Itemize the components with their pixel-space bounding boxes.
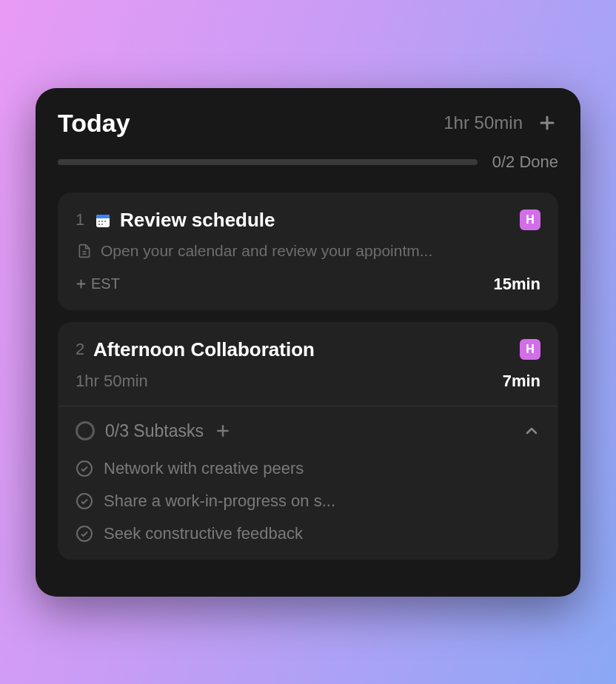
- plus-icon: [76, 278, 87, 289]
- task-description-row: Open your calendar and review your appoi…: [76, 242, 540, 260]
- svg-rect-9: [101, 224, 103, 225]
- task-title: Review schedule: [120, 209, 512, 232]
- subtask-item[interactable]: Network with creative peers: [76, 459, 540, 478]
- estimate-label: EST: [91, 275, 120, 292]
- priority-badge: H: [520, 339, 540, 360]
- today-panel: Today 1hr 50min 0/2 Done 1 Review schedu…: [36, 88, 580, 597]
- divider: [58, 406, 558, 406]
- add-estimate-button[interactable]: EST: [76, 275, 120, 292]
- task-number: 2: [76, 340, 86, 359]
- task-duration: 1hr 50min: [76, 372, 148, 391]
- svg-point-18: [77, 526, 92, 541]
- subtask-complete-toggle[interactable]: [76, 421, 95, 440]
- add-task-button[interactable]: [536, 112, 558, 134]
- calendar-icon: [93, 210, 113, 229]
- task-card[interactable]: 1 Review schedule H Open your calendar a…: [58, 192, 558, 310]
- check-circle-icon[interactable]: [76, 492, 93, 510]
- chevron-up-icon: [523, 422, 540, 440]
- collapse-subtasks-button[interactable]: [523, 422, 540, 440]
- plus-icon: [538, 114, 556, 132]
- svg-rect-8: [98, 224, 100, 225]
- subtasks-header: 0/3 Subtasks: [76, 421, 540, 441]
- task-description: Open your calendar and review your appoi…: [101, 242, 432, 260]
- task-meta-row: 1hr 50min 7min: [76, 372, 540, 391]
- task-card[interactable]: 2 Afternoon Collaboration H 1hr 50min 7m…: [58, 322, 558, 560]
- subtask-item[interactable]: Share a work-in-progress on s...: [76, 492, 540, 511]
- add-subtask-button[interactable]: [214, 422, 232, 440]
- progress-label: 0/2 Done: [492, 152, 558, 172]
- task-title-row: 2 Afternoon Collaboration H: [76, 338, 540, 361]
- priority-badge: H: [520, 209, 540, 230]
- progress-bar: [58, 159, 478, 165]
- svg-point-17: [77, 494, 92, 509]
- task-number: 1: [76, 210, 86, 229]
- task-title-row: 1 Review schedule H: [76, 209, 540, 232]
- plus-icon: [215, 423, 230, 438]
- document-icon: [77, 244, 92, 258]
- task-time: 15min: [493, 275, 540, 294]
- subtask-text: Share a work-in-progress on s...: [104, 492, 335, 511]
- page-title: Today: [58, 109, 130, 138]
- subtask-text: Network with creative peers: [104, 459, 304, 478]
- task-footer: EST 15min: [76, 275, 540, 294]
- header-right: 1hr 50min: [443, 112, 558, 134]
- total-time: 1hr 50min: [443, 113, 523, 133]
- subtask-text: Seek constructive feedback: [104, 524, 303, 543]
- task-title: Afternoon Collaboration: [93, 338, 512, 361]
- progress-row: 0/2 Done: [58, 152, 558, 172]
- subtask-item[interactable]: Seek constructive feedback: [76, 524, 540, 543]
- panel-header: Today 1hr 50min: [58, 109, 558, 138]
- svg-rect-4: [96, 217, 110, 218]
- svg-rect-7: [104, 221, 106, 222]
- svg-rect-6: [101, 221, 103, 222]
- svg-rect-5: [98, 221, 100, 222]
- svg-point-16: [77, 461, 92, 476]
- check-circle-icon[interactable]: [76, 460, 93, 477]
- subtasks-count: 0/3 Subtasks: [105, 421, 204, 441]
- task-time: 7min: [503, 372, 540, 391]
- check-circle-icon[interactable]: [76, 525, 93, 543]
